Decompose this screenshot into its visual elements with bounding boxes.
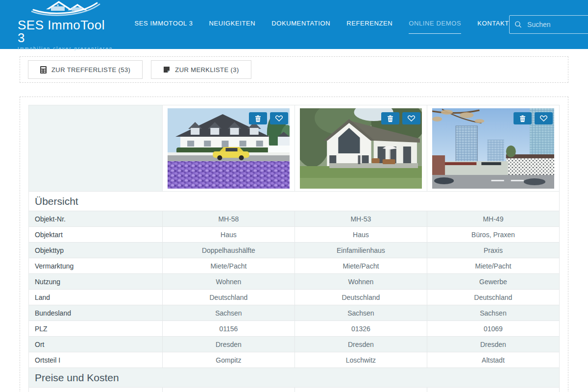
- row-label: Objekt-Nr.: [29, 211, 163, 227]
- property-photo-family-house[interactable]: [300, 108, 422, 189]
- property-photos-row: [29, 105, 560, 192]
- row-value: Dresden: [294, 337, 427, 352]
- row-value: Dresden: [427, 337, 559, 352]
- table-row: ObjekttypDoppelhaushälfteEinfamilienhaus…: [29, 243, 560, 258]
- search-icon: [514, 20, 522, 29]
- row-value: Deutschland: [427, 290, 559, 305]
- zur-trefferliste-label: ZUR TREFFERLISTE (53): [51, 66, 130, 74]
- row-label: Nutzung: [29, 274, 163, 290]
- empty-cell: [427, 388, 559, 392]
- row-value: Miete/Pacht: [427, 258, 559, 274]
- nav-item-online-demos[interactable]: ONLINE DEMOS: [409, 16, 461, 34]
- row-value: Gompitz: [162, 352, 294, 368]
- zur-trefferliste-button[interactable]: ZUR TREFFERLISTE (53): [28, 60, 143, 79]
- row-value: Gewerbe: [427, 274, 559, 290]
- nav-item-dokumentation[interactable]: DOKUMENTATION: [271, 16, 330, 34]
- table-row: LandDeutschlandDeutschlandDeutschland: [29, 290, 560, 305]
- row-value: MH-58: [162, 211, 294, 227]
- favorite-property-button[interactable]: [270, 112, 288, 124]
- row-value: Haus: [294, 227, 427, 243]
- app-header: SES ImmoTool 3 Immobilien clever present…: [0, 0, 588, 49]
- row-value: 01069: [427, 321, 559, 337]
- trash-icon: [255, 115, 261, 122]
- bookmark-note-icon: [163, 66, 170, 73]
- delete-property-button[interactable]: [249, 112, 267, 124]
- table-row: VermarktungMiete/PachtMiete/PachtMiete/P…: [29, 258, 560, 274]
- row-label: Vermarktung: [29, 258, 163, 274]
- row-value: 01156: [162, 321, 294, 337]
- row-label: Bundesland: [29, 305, 163, 321]
- heart-icon: [408, 115, 415, 122]
- property-photo-cell: [294, 105, 427, 192]
- nav-item-neuigkeiten[interactable]: NEUIGKEITEN: [209, 16, 256, 34]
- row-label: Ort: [29, 337, 163, 352]
- row-label: Objektart: [29, 227, 163, 243]
- photo-actions: [514, 112, 553, 124]
- table-row-partial: [29, 388, 560, 392]
- row-value: Miete/Pacht: [294, 258, 427, 274]
- app-logo[interactable]: SES ImmoTool 3 Immobilien clever present…: [18, 0, 113, 51]
- toolbar-section: ZUR TREFFERLISTE (53) ZUR MERKLISTE (3): [20, 56, 568, 83]
- row-value: Büros, Praxen: [427, 227, 559, 243]
- zur-merkliste-label: ZUR MERKLISTE (3): [175, 66, 239, 74]
- empty-cell: [294, 388, 427, 392]
- table-row: Ortsteil IGompitzLoschwitzAltstadt: [29, 352, 560, 368]
- property-photo-city-towers[interactable]: [432, 108, 554, 189]
- table-row: ObjektartHausHausBüros, Praxen: [29, 227, 560, 243]
- trash-icon: [519, 115, 526, 122]
- table-row: BundeslandSachsenSachsenSachsen: [29, 305, 560, 321]
- row-value: Haus: [162, 227, 294, 243]
- heart-icon: [275, 115, 283, 122]
- logo-tagline: Immobilien clever presentieren: [18, 46, 113, 51]
- table-row: OrtDresdenDresdenDresden: [29, 337, 560, 352]
- photo-row-spacer-cell: [29, 105, 163, 192]
- section-title: Übersicht: [29, 192, 560, 211]
- nav-item-kontakt[interactable]: KONTAKT: [477, 16, 509, 34]
- table-row: PLZ011560132601069: [29, 321, 560, 337]
- zur-merkliste-button[interactable]: ZUR MERKLISTE (3): [151, 60, 251, 79]
- empty-cell: [162, 388, 294, 392]
- photo-actions: [249, 112, 288, 124]
- row-value: Praxis: [427, 243, 559, 258]
- heart-icon: [540, 115, 547, 122]
- row-value: Dresden: [162, 337, 294, 352]
- row-value: 01326: [294, 321, 427, 337]
- section-header-row: Preise und Kosten: [29, 368, 560, 388]
- row-value: Wohnen: [294, 274, 427, 290]
- row-value: Doppelhaushälfte: [162, 243, 294, 258]
- row-value: Deutschland: [294, 290, 427, 305]
- property-photo-cell: [427, 105, 559, 192]
- row-label: Land: [29, 290, 163, 305]
- comparison-section: ÜbersichtObjekt-Nr.MH-58MH-53MH-49Objekt…: [20, 97, 568, 392]
- row-label: Objekttyp: [29, 243, 163, 258]
- property-photo-cell: [162, 105, 294, 192]
- empty-cell: [29, 388, 163, 392]
- delete-property-button[interactable]: [514, 112, 532, 124]
- logo-title: SES ImmoTool 3: [18, 19, 113, 44]
- row-label: Ortsteil I: [29, 352, 163, 368]
- table-row: NutzungWohnenWohnenGewerbe: [29, 274, 560, 290]
- photo-actions: [381, 112, 420, 124]
- trash-icon: [387, 115, 393, 122]
- row-value: Altstadt: [427, 352, 559, 368]
- search-input[interactable]: [526, 20, 588, 29]
- row-value: Deutschland: [162, 290, 294, 305]
- table-row: Objekt-Nr.MH-58MH-53MH-49: [29, 211, 560, 227]
- row-value: Sachsen: [294, 305, 427, 321]
- row-value: Wohnen: [162, 274, 294, 290]
- result-list-icon: [40, 66, 47, 74]
- property-photo-house-crocus[interactable]: [168, 108, 290, 189]
- delete-property-button[interactable]: [381, 112, 399, 124]
- row-value: Einfamilienhaus: [294, 243, 427, 258]
- row-value: Sachsen: [162, 305, 294, 321]
- nav-item-referenzen[interactable]: REFERENZEN: [346, 16, 392, 34]
- favorite-property-button[interactable]: [535, 112, 553, 124]
- houses-swoosh-logo-icon: [28, 0, 102, 18]
- row-label: PLZ: [29, 321, 163, 337]
- comparison-table: ÜbersichtObjekt-Nr.MH-58MH-53MH-49Objekt…: [28, 105, 560, 392]
- nav-item-ses-immotool-3[interactable]: SES IMMOTOOL 3: [135, 16, 193, 34]
- section-header-row: Übersicht: [29, 192, 560, 211]
- row-value: Miete/Pacht: [162, 258, 294, 274]
- favorite-property-button[interactable]: [402, 112, 420, 124]
- main-nav: SES IMMOTOOL 3NEUIGKEITENDOKUMENTATIONRE…: [135, 16, 509, 34]
